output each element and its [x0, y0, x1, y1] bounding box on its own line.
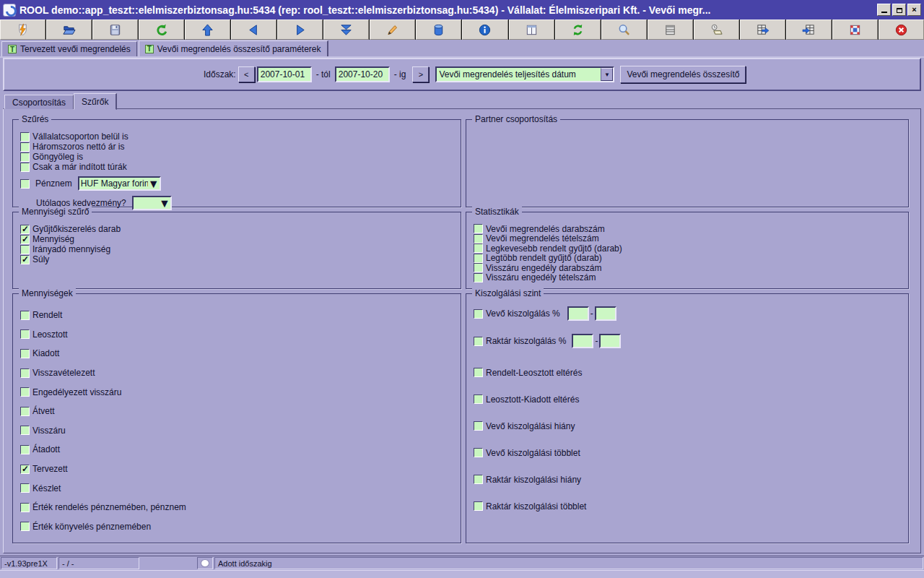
info-button[interactable] — [462, 20, 507, 40]
checkbox-label: Visszáru engedély tételszám — [486, 272, 596, 282]
penznem-row: Pénznem HUF Magyar forint ▼ — [20, 176, 461, 191]
vevo-kiszolgalas-to-input[interactable] — [595, 306, 616, 321]
checkbox[interactable] — [20, 445, 30, 454]
checkbox-row: Visszáru engedély darabszám — [474, 263, 908, 273]
raktar-kiszolgalas-to-input[interactable] — [599, 334, 621, 348]
checkbox[interactable] — [474, 394, 483, 404]
checkbox[interactable] — [20, 329, 30, 339]
lightning-button[interactable] — [0, 20, 45, 40]
vevo-kiszolgalas-checkbox[interactable] — [474, 309, 483, 319]
period-from-suffix: - tól — [316, 69, 331, 79]
mennyisegek-checkbox-list: RendeltLeosztottKiadottVisszavételezettE… — [13, 294, 461, 536]
checkbox[interactable] — [20, 255, 30, 264]
tab-tervezett-vevoi-megrendeles[interactable]: Tervezett vevői megrendelés — [1, 41, 137, 56]
toolbar — [0, 20, 924, 40]
tab-vevoi-megrendeles-osszesito-parameterek[interactable]: Vevői megrendelés összesítő paraméterek — [139, 40, 328, 56]
nav-next-button[interactable] — [277, 20, 323, 40]
penznem-checkbox[interactable] — [20, 179, 30, 189]
date-type-value: Vevői megrendelés teljesítés dátum — [437, 68, 601, 81]
checkbox[interactable] — [20, 311, 30, 320]
date-type-dropdown[interactable]: Vevői megrendelés teljesítés dátum ▼ — [435, 66, 614, 82]
table-export-icon — [756, 23, 770, 37]
summary-button[interactable]: Vevői megrendelés összesítő — [620, 66, 746, 83]
exit-button[interactable] — [879, 20, 924, 40]
vevo-kiszolgalas-from-input[interactable] — [567, 306, 589, 321]
checkbox[interactable] — [20, 368, 30, 378]
nav-down-double-button[interactable] — [323, 20, 369, 40]
checkbox[interactable] — [20, 245, 30, 254]
database-button[interactable] — [416, 20, 461, 40]
group-kiszolgalasi-szint: Kiszolgálási szint Vevő kiszolgálás % - … — [466, 293, 909, 543]
undo-icon — [154, 23, 168, 37]
checkbox[interactable] — [20, 503, 30, 512]
open-folder-button[interactable] — [46, 20, 92, 40]
period-label: Időszak: — [204, 69, 236, 79]
checkbox[interactable] — [20, 465, 30, 474]
print-schedule-button[interactable] — [694, 20, 739, 40]
checkbox[interactable] — [474, 224, 483, 233]
checkbox[interactable] — [474, 263, 483, 272]
checkbox[interactable] — [474, 234, 483, 243]
nav-prev-button[interactable] — [231, 20, 276, 40]
checkbox[interactable] — [474, 448, 483, 457]
checkbox[interactable] — [474, 254, 483, 263]
checkbox[interactable] — [20, 152, 30, 162]
restore-icon — [897, 8, 902, 13]
checkbox[interactable] — [474, 273, 483, 282]
table-import-button[interactable] — [786, 20, 832, 40]
search-button[interactable] — [601, 20, 647, 40]
checkbox[interactable] — [20, 426, 30, 435]
checkbox-label: Készlet — [32, 483, 61, 493]
checkbox[interactable] — [20, 142, 30, 152]
utolagos-dropdown[interactable]: ▼ — [132, 196, 172, 210]
restore-button[interactable] — [892, 4, 906, 16]
raktar-kiszolgalas-checkbox[interactable] — [474, 337, 483, 346]
period-to-input[interactable] — [335, 66, 390, 82]
checkbox[interactable] — [20, 483, 30, 493]
period-from-input[interactable] — [257, 66, 312, 82]
checkbox[interactable] — [20, 225, 30, 234]
window-columns-icon — [525, 23, 539, 37]
table-export-button[interactable] — [740, 20, 785, 40]
subtab-szurok[interactable]: Szűrők — [74, 93, 117, 110]
checkbox[interactable] — [20, 407, 30, 416]
checkbox-row: Legtöbb rendelt gyűjtő (darab) — [474, 254, 908, 264]
checkbox-label: Vállalatcsoporton belül is — [32, 131, 128, 142]
window-columns-button[interactable] — [509, 20, 554, 40]
checkbox[interactable] — [474, 475, 483, 484]
checkbox[interactable] — [474, 243, 483, 253]
save-button[interactable] — [92, 20, 138, 40]
raktar-kiszolgalas-from-input[interactable] — [572, 334, 593, 348]
close-button[interactable]: × — [907, 4, 921, 16]
chevron-down-icon: ▼ — [148, 178, 160, 189]
edit-button[interactable] — [370, 20, 415, 40]
checkbox[interactable] — [20, 132, 30, 142]
minimize-button[interactable] — [877, 4, 891, 16]
subtab-csoportositas[interactable]: Csoportosítás — [4, 95, 74, 109]
checkbox-label: Csak a már indított túrák — [32, 162, 127, 172]
checkbox[interactable] — [20, 522, 30, 531]
checkbox[interactable] — [474, 368, 483, 377]
checkbox-label: Visszavételezett — [32, 368, 95, 378]
table-cells-button[interactable] — [832, 20, 878, 40]
nav-up-button[interactable] — [185, 20, 230, 40]
period-next-button[interactable]: > — [412, 66, 429, 82]
checkbox[interactable] — [474, 421, 483, 431]
checkbox-label: Vevő kiszolgálási hiány — [486, 421, 575, 431]
checkbox-row: Érték rendelés pénznemében, pénznem — [20, 498, 461, 517]
checkbox[interactable] — [20, 235, 30, 244]
currency-dropdown[interactable]: HUF Magyar forint ▼ — [78, 176, 161, 191]
checkbox[interactable] — [474, 501, 483, 511]
group-title: Partner csoportosítás — [472, 114, 560, 124]
checkbox[interactable] — [20, 163, 30, 172]
table-button[interactable] — [648, 20, 693, 40]
checkbox[interactable] — [20, 349, 30, 358]
period-prev-button[interactable]: < — [238, 66, 255, 82]
checkbox[interactable] — [20, 387, 30, 397]
group-title: Szűrés — [19, 114, 51, 124]
refresh-button[interactable] — [555, 20, 601, 40]
undo-button[interactable] — [139, 20, 184, 40]
vevo-kiszolgalas-row: Vevő kiszolgálás % - — [474, 306, 908, 322]
checkbox-label: Raktár kiszolgálási többlet — [486, 501, 586, 512]
checkbox-row: Átvett — [20, 402, 461, 421]
